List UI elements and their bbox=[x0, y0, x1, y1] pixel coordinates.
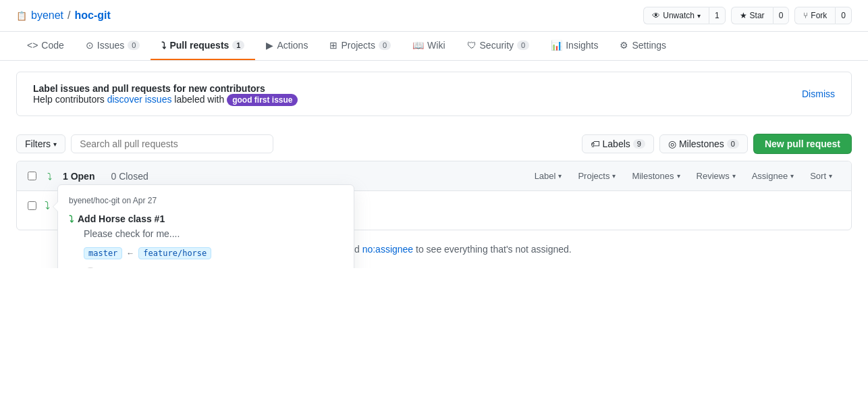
tab-projects[interactable]: ⊞ Projects 0 bbox=[319, 32, 402, 60]
fork-count-button[interactable]: 0 bbox=[835, 7, 852, 24]
insights-icon: 📊 bbox=[551, 40, 562, 51]
pr-checkbox[interactable] bbox=[28, 201, 36, 210]
fork-group: ⑂ Fork 0 bbox=[794, 7, 852, 24]
new-contributor-banner: Label issues and pull requests for new c… bbox=[16, 72, 852, 116]
tab-insights[interactable]: 📊 Insights bbox=[540, 32, 609, 60]
top-bar: 📋 byenet / hoc-git 👁 Unwatch ▾ 1 ★ Star … bbox=[0, 0, 868, 32]
protip-suffix: to see everything that's not assigned. bbox=[416, 244, 572, 255]
nav-tabs: <> Code ⊙ Issues 0 ⤵ Pull requests 1 ▶ A… bbox=[0, 32, 868, 61]
popup-branch-info: master ← feature/horse bbox=[84, 247, 343, 259]
issues-count-badge: 0 bbox=[128, 41, 140, 50]
select-all-checkbox[interactable] bbox=[28, 172, 36, 180]
new-pull-request-button[interactable]: New pull request bbox=[753, 134, 852, 154]
popup-title-text: Add Horse class #1 bbox=[78, 213, 165, 224]
star-count-button[interactable]: 0 bbox=[773, 7, 790, 24]
tag-icon: 🏷 bbox=[591, 138, 600, 149]
settings-icon: ⚙ bbox=[620, 40, 628, 51]
star-button[interactable]: ★ Star bbox=[731, 7, 773, 24]
head-branch-tag: feature/horse bbox=[138, 247, 211, 259]
good-first-issue-badge: good first issue bbox=[227, 94, 298, 106]
tab-issues[interactable]: ⊙ Issues 0 bbox=[75, 32, 151, 60]
open-prs-link[interactable]: 1 Open bbox=[63, 171, 94, 182]
milestones-filter[interactable]: Milestones ▾ bbox=[624, 168, 688, 184]
repo-name-link[interactable]: hoc-git bbox=[75, 9, 111, 22]
pr-open-status-icon: ⤵ bbox=[45, 200, 50, 212]
repo-icon: 📋 bbox=[16, 11, 27, 21]
unwatch-button[interactable]: 👁 Unwatch ▾ bbox=[643, 7, 709, 24]
tab-settings[interactable]: ⚙ Settings bbox=[609, 32, 677, 60]
tab-actions[interactable]: ▶ Actions bbox=[255, 32, 319, 60]
code-icon: <> bbox=[27, 40, 38, 51]
no-assignee-link[interactable]: no:assignee bbox=[362, 244, 414, 255]
pr-open-icon: ⤵ bbox=[47, 171, 52, 182]
pr-row: ⤵ Add Horse class #1 opened 2 minutes ag… bbox=[17, 191, 851, 230]
repo-separator: / bbox=[67, 9, 70, 22]
popup-opener: b You opened bbox=[84, 267, 343, 268]
tab-security[interactable]: 🛡 Security 0 bbox=[456, 32, 541, 60]
chevron-down-icon: ▾ bbox=[53, 140, 57, 148]
fork-button[interactable]: ⑂ Fork bbox=[794, 7, 835, 24]
repo-owner-link[interactable]: byenet bbox=[31, 9, 63, 22]
projects-icon: ⊞ bbox=[329, 40, 337, 51]
issues-icon: ⊙ bbox=[86, 40, 94, 51]
avatar-small: b bbox=[84, 267, 97, 268]
closed-prs-link[interactable]: 0 Closed bbox=[111, 171, 148, 182]
pull-request-icon: ⤵ bbox=[161, 40, 166, 51]
pr-count-badge: 1 bbox=[232, 41, 244, 50]
header-filters: Label ▾ Projects ▾ Milestones ▾ Reviews … bbox=[526, 168, 840, 184]
banner-body: Help contributors discover issues labele… bbox=[33, 94, 298, 105]
dismiss-button[interactable]: Dismiss bbox=[802, 88, 835, 99]
reviews-filter[interactable]: Reviews ▾ bbox=[688, 168, 744, 184]
security-count-badge: 0 bbox=[517, 41, 529, 50]
label-filter[interactable]: Label ▾ bbox=[526, 168, 570, 184]
tab-wiki[interactable]: 📖 Wiki bbox=[402, 32, 456, 60]
milestones-count-badge: 0 bbox=[727, 139, 739, 149]
banner-content: Label issues and pull requests for new c… bbox=[33, 83, 298, 105]
pr-preview-popup: byenet/hoc-git on Apr 27 ⤵ Add Horse cla… bbox=[57, 184, 354, 268]
base-branch-tag: master bbox=[84, 247, 122, 259]
star-icon: ★ bbox=[740, 11, 747, 20]
repo-title: 📋 byenet / hoc-git bbox=[16, 9, 111, 22]
actions-icon: ▶ bbox=[266, 40, 273, 51]
discover-issues-link[interactable]: discover issues bbox=[107, 94, 172, 105]
wiki-icon: 📖 bbox=[412, 40, 424, 51]
filters-button[interactable]: Filters ▾ bbox=[16, 134, 65, 153]
projects-count-badge: 0 bbox=[379, 41, 391, 50]
toolbar-left: Filters ▾ bbox=[16, 134, 273, 153]
main-content: Label issues and pull requests for new c… bbox=[0, 72, 868, 268]
assignee-filter[interactable]: Assignee ▾ bbox=[744, 168, 802, 184]
star-group: ★ Star 0 bbox=[731, 7, 790, 24]
unwatch-group: 👁 Unwatch ▾ 1 bbox=[643, 7, 725, 24]
popup-title: ⤵ Add Horse class #1 bbox=[69, 213, 343, 224]
pr-toolbar: Filters ▾ 🏷 Labels 9 ◎ Milestones 0 New … bbox=[0, 127, 868, 161]
arrow-icon: ← bbox=[126, 249, 134, 258]
popup-byline: byenet/hoc-git on Apr 27 bbox=[69, 196, 343, 205]
unwatch-count-button[interactable]: 1 bbox=[709, 7, 726, 24]
search-input[interactable] bbox=[71, 134, 273, 153]
tab-code[interactable]: <> Code bbox=[16, 32, 75, 60]
tab-pull-requests[interactable]: ⤵ Pull requests 1 bbox=[151, 32, 255, 60]
toolbar-right: 🏷 Labels 9 ◎ Milestones 0 New pull reque… bbox=[582, 134, 852, 154]
pr-list: ⤵ 1 Open 0 Closed Label ▾ Projects ▾ Mil… bbox=[16, 161, 852, 230]
milestones-button[interactable]: ◎ Milestones 0 bbox=[659, 134, 748, 153]
shield-icon: 🛡 bbox=[467, 40, 477, 51]
top-actions: 👁 Unwatch ▾ 1 ★ Star 0 ⑂ Fork 0 bbox=[643, 7, 852, 24]
sort-filter[interactable]: Sort ▾ bbox=[802, 168, 840, 184]
fork-icon: ⑂ bbox=[803, 11, 808, 20]
select-all-label[interactable] bbox=[28, 172, 36, 180]
eye-icon: 👁 bbox=[652, 11, 660, 20]
chevron-down-icon: ▾ bbox=[697, 12, 701, 20]
milestone-icon: ◎ bbox=[668, 138, 676, 149]
popup-description: Please check for me.... bbox=[84, 228, 343, 239]
popup-pr-icon: ⤵ bbox=[69, 213, 74, 224]
labels-count-badge: 9 bbox=[633, 139, 645, 149]
projects-filter[interactable]: Projects ▾ bbox=[570, 168, 624, 184]
banner-title: Label issues and pull requests for new c… bbox=[33, 83, 265, 94]
labels-button[interactable]: 🏷 Labels 9 bbox=[582, 134, 654, 153]
